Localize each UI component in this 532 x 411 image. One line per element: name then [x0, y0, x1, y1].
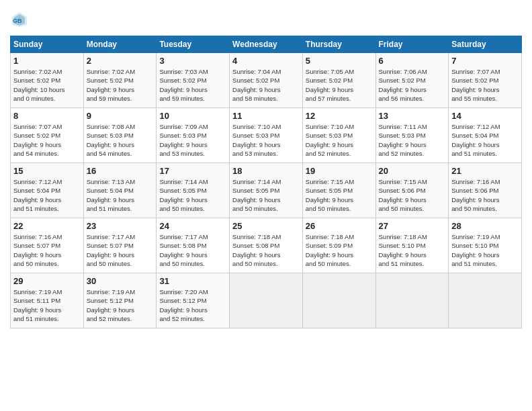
weekday-header-saturday: Saturday [449, 36, 522, 53]
day-info: Sunrise: 7:16 AMSunset: 5:07 PMDaylight:… [13, 232, 81, 268]
day-info: Sunrise: 7:14 AMSunset: 5:05 PMDaylight:… [159, 177, 226, 213]
weekday-header-tuesday: Tuesday [157, 36, 230, 53]
day-number: 26 [306, 221, 373, 231]
weekday-header-sunday: Sunday [11, 36, 84, 53]
calendar-cell: 9Sunrise: 7:08 AMSunset: 5:03 PMDaylight… [83, 108, 157, 163]
day-number: 8 [13, 111, 81, 121]
day-number: 15 [13, 166, 81, 176]
page-container: GB SundayMondayTuesdayWednesdayThursdayF… [0, 0, 532, 411]
calendar-cell: 15Sunrise: 7:12 AMSunset: 5:04 PMDayligh… [11, 163, 84, 218]
calendar: SundayMondayTuesdayWednesdayThursdayFrid… [10, 36, 522, 328]
day-number: 30 [87, 276, 154, 286]
day-number: 7 [451, 56, 519, 66]
day-info: Sunrise: 7:17 AMSunset: 5:08 PMDaylight:… [159, 232, 226, 268]
calendar-cell: 21Sunrise: 7:16 AMSunset: 5:06 PMDayligh… [449, 163, 522, 218]
calendar-cell: 19Sunrise: 7:15 AMSunset: 5:05 PMDayligh… [302, 163, 375, 218]
day-info: Sunrise: 7:02 AMSunset: 5:02 PMDaylight:… [13, 67, 81, 103]
day-number: 2 [87, 56, 154, 66]
day-info: Sunrise: 7:12 AMSunset: 5:04 PMDaylight:… [451, 122, 519, 158]
day-info: Sunrise: 7:13 AMSunset: 5:04 PMDaylight:… [87, 177, 154, 213]
calendar-cell [302, 273, 375, 328]
calendar-cell: 16Sunrise: 7:13 AMSunset: 5:04 PMDayligh… [83, 163, 157, 218]
day-number: 17 [159, 166, 226, 176]
day-info: Sunrise: 7:19 AMSunset: 5:11 PMDaylight:… [13, 287, 81, 323]
day-info: Sunrise: 7:07 AMSunset: 5:02 PMDaylight:… [451, 67, 519, 103]
day-number: 14 [451, 111, 519, 121]
day-number: 18 [232, 166, 300, 176]
svg-text:GB: GB [13, 17, 22, 24]
day-number: 16 [87, 166, 154, 176]
day-number: 22 [13, 221, 81, 231]
day-number: 6 [379, 56, 446, 66]
day-number: 11 [232, 111, 300, 121]
calendar-cell: 24Sunrise: 7:17 AMSunset: 5:08 PMDayligh… [157, 218, 230, 273]
calendar-cell: 31Sunrise: 7:20 AMSunset: 5:12 PMDayligh… [157, 273, 230, 328]
header: GB [10, 10, 522, 29]
weekday-header-wednesday: Wednesday [230, 36, 303, 53]
day-number: 25 [232, 221, 300, 231]
calendar-cell: 3Sunrise: 7:03 AMSunset: 5:02 PMDaylight… [157, 53, 230, 108]
calendar-cell: 17Sunrise: 7:14 AMSunset: 5:05 PMDayligh… [157, 163, 230, 218]
day-number: 23 [87, 221, 154, 231]
day-number: 19 [306, 166, 373, 176]
logo: GB [10, 10, 32, 29]
day-number: 10 [159, 111, 226, 121]
day-number: 31 [159, 276, 226, 286]
weekday-header-friday: Friday [375, 36, 449, 53]
day-number: 20 [379, 166, 446, 176]
day-number: 21 [451, 166, 519, 176]
day-info: Sunrise: 7:04 AMSunset: 5:02 PMDaylight:… [232, 67, 300, 103]
day-number: 13 [379, 111, 446, 121]
calendar-cell: 8Sunrise: 7:07 AMSunset: 5:02 PMDaylight… [11, 108, 84, 163]
day-number: 9 [87, 111, 154, 121]
day-number: 4 [232, 56, 300, 66]
calendar-cell [230, 273, 303, 328]
day-info: Sunrise: 7:18 AMSunset: 5:10 PMDaylight:… [379, 232, 446, 268]
calendar-cell: 20Sunrise: 7:15 AMSunset: 5:06 PMDayligh… [375, 163, 449, 218]
day-info: Sunrise: 7:05 AMSunset: 5:02 PMDaylight:… [306, 67, 373, 103]
day-info: Sunrise: 7:10 AMSunset: 5:03 PMDaylight:… [306, 122, 373, 158]
day-number: 29 [13, 276, 81, 286]
calendar-cell [375, 273, 449, 328]
weekday-header-monday: Monday [83, 36, 157, 53]
day-number: 27 [379, 221, 446, 231]
day-info: Sunrise: 7:19 AMSunset: 5:12 PMDaylight:… [87, 287, 154, 323]
calendar-header: SundayMondayTuesdayWednesdayThursdayFrid… [11, 36, 522, 53]
day-number: 12 [306, 111, 373, 121]
day-info: Sunrise: 7:06 AMSunset: 5:02 PMDaylight:… [379, 67, 446, 103]
day-info: Sunrise: 7:11 AMSunset: 5:03 PMDaylight:… [379, 122, 446, 158]
calendar-cell: 18Sunrise: 7:14 AMSunset: 5:05 PMDayligh… [230, 163, 303, 218]
calendar-cell: 23Sunrise: 7:17 AMSunset: 5:07 PMDayligh… [83, 218, 157, 273]
calendar-cell: 5Sunrise: 7:05 AMSunset: 5:02 PMDaylight… [302, 53, 375, 108]
weekday-header-thursday: Thursday [302, 36, 375, 53]
calendar-cell: 7Sunrise: 7:07 AMSunset: 5:02 PMDaylight… [449, 53, 522, 108]
day-number: 24 [159, 221, 226, 231]
day-number: 28 [451, 221, 519, 231]
calendar-cell: 29Sunrise: 7:19 AMSunset: 5:11 PMDayligh… [11, 273, 84, 328]
calendar-cell: 22Sunrise: 7:16 AMSunset: 5:07 PMDayligh… [11, 218, 84, 273]
day-info: Sunrise: 7:10 AMSunset: 5:03 PMDaylight:… [232, 122, 300, 158]
day-number: 1 [13, 56, 81, 66]
day-info: Sunrise: 7:19 AMSunset: 5:10 PMDaylight:… [451, 232, 519, 268]
day-info: Sunrise: 7:14 AMSunset: 5:05 PMDaylight:… [232, 177, 300, 213]
day-info: Sunrise: 7:17 AMSunset: 5:07 PMDaylight:… [87, 232, 154, 268]
day-info: Sunrise: 7:18 AMSunset: 5:09 PMDaylight:… [306, 232, 373, 268]
calendar-cell: 10Sunrise: 7:09 AMSunset: 5:03 PMDayligh… [157, 108, 230, 163]
day-info: Sunrise: 7:15 AMSunset: 5:05 PMDaylight:… [306, 177, 373, 213]
day-info: Sunrise: 7:02 AMSunset: 5:02 PMDaylight:… [87, 67, 154, 103]
calendar-cell: 1Sunrise: 7:02 AMSunset: 5:02 PMDaylight… [11, 53, 84, 108]
calendar-cell: 27Sunrise: 7:18 AMSunset: 5:10 PMDayligh… [375, 218, 449, 273]
day-info: Sunrise: 7:18 AMSunset: 5:08 PMDaylight:… [232, 232, 300, 268]
day-number: 3 [159, 56, 226, 66]
day-info: Sunrise: 7:08 AMSunset: 5:03 PMDaylight:… [87, 122, 154, 158]
calendar-cell: 6Sunrise: 7:06 AMSunset: 5:02 PMDaylight… [375, 53, 449, 108]
day-info: Sunrise: 7:16 AMSunset: 5:06 PMDaylight:… [451, 177, 519, 213]
calendar-cell: 2Sunrise: 7:02 AMSunset: 5:02 PMDaylight… [83, 53, 157, 108]
calendar-cell: 25Sunrise: 7:18 AMSunset: 5:08 PMDayligh… [230, 218, 303, 273]
day-info: Sunrise: 7:03 AMSunset: 5:02 PMDaylight:… [159, 67, 226, 103]
day-info: Sunrise: 7:09 AMSunset: 5:03 PMDaylight:… [159, 122, 226, 158]
calendar-cell: 11Sunrise: 7:10 AMSunset: 5:03 PMDayligh… [230, 108, 303, 163]
calendar-cell: 13Sunrise: 7:11 AMSunset: 5:03 PMDayligh… [375, 108, 449, 163]
day-info: Sunrise: 7:20 AMSunset: 5:12 PMDaylight:… [159, 287, 226, 323]
day-info: Sunrise: 7:15 AMSunset: 5:06 PMDaylight:… [379, 177, 446, 213]
